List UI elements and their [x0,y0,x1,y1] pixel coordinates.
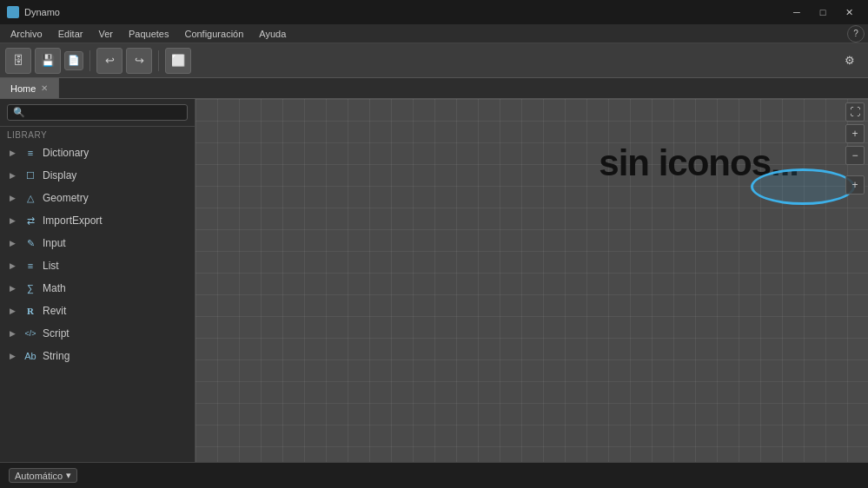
toolbar-separator-2 [158,50,159,71]
status-bar: Automático ▾ [0,462,868,488]
app-title: Dynamo [24,7,60,17]
sidebar-item-geometry[interactable]: ▶ △ Geometry [0,187,195,209]
menu-configuracion[interactable]: Configuración [177,27,250,41]
app-icon [7,6,19,18]
view-button[interactable]: ⬜ [165,48,191,74]
sidebar-item-script[interactable]: ▶ </> Script [0,322,195,345]
main-layout: 🔍 Library ▶ ≡ Dictionary ▶ ☐ Display ▶ △… [0,99,868,462]
expand-icon: ▶ [10,239,18,247]
dictionary-icon: ≡ [23,146,37,160]
undo-button[interactable]: ↩ [96,48,123,74]
title-bar-controls: ─ □ ✕ [785,0,861,24]
sidebar-item-label-list: List [43,260,59,272]
dropdown-arrow-icon: ▾ [66,470,71,481]
zoom-out-button[interactable]: − [845,146,865,165]
search-input-wrap: 🔍 [7,104,188,121]
sidebar: 🔍 Library ▶ ≡ Dictionary ▶ ☐ Display ▶ △… [0,99,195,462]
display-icon: ☐ [23,168,37,182]
sidebar-item-label-math: Math [43,282,66,294]
canvas-ellipse-highlight [751,168,855,205]
expand-icon: ▶ [10,284,18,293]
menu-bar: Archivo Editar Ver Paquetes Configuració… [0,24,868,43]
tab-close-button[interactable]: ✕ [41,83,48,93]
sidebar-item-revit[interactable]: ▶ R Revit [0,300,195,322]
tool-spacer [845,168,865,173]
new-file-button[interactable]: 📄 [64,51,83,70]
sidebar-item-label-input: Input [43,237,66,249]
canvas-area[interactable]: sin iconos... ⛶ + − + [195,99,868,462]
zoom-in-button[interactable]: + [845,124,865,143]
redo-button[interactable]: ↪ [126,48,152,74]
input-icon: ✎ [23,236,37,250]
sidebar-item-label-string: String [43,350,70,362]
math-icon: ∑ [23,281,37,295]
toolbar: 🗄 💾 📄 ↩ ↪ ⬜ ⚙ [0,43,868,78]
sidebar-item-label-geometry: Geometry [43,192,89,204]
tab-home-label: Home [10,83,36,94]
title-bar: Dynamo ─ □ ✕ [0,0,868,24]
status-left: Automático ▾ [9,468,77,483]
sidebar-item-importexport[interactable]: ▶ ⇄ ImportExport [0,209,195,232]
help-icon[interactable]: ? [847,25,865,43]
expand-icon: ▶ [10,261,18,270]
canvas-tools: ⛶ + − + [845,102,865,195]
search-bar: 🔍 [0,99,195,127]
sidebar-item-dictionary[interactable]: ▶ ≡ Dictionary [0,142,195,164]
sidebar-item-label-display: Display [43,169,76,181]
sidebar-item-label-revit: Revit [43,305,66,317]
sidebar-item-label-script: Script [43,327,70,340]
save-button[interactable]: 💾 [35,48,61,74]
sidebar-item-input[interactable]: ▶ ✎ Input [0,232,195,254]
revit-icon: R [23,304,37,318]
auto-mode-dropdown[interactable]: Automático ▾ [9,468,77,483]
library-label: Library [0,127,195,142]
script-icon: </> [23,326,37,340]
list-icon: ≡ [23,259,37,273]
menu-editar[interactable]: Editar [51,27,90,41]
tab-home[interactable]: Home ✕ [0,78,59,98]
menu-ayuda[interactable]: Ayuda [252,27,293,41]
menu-paquetes[interactable]: Paquetes [122,27,176,41]
tab-bar: Home ✕ [0,78,868,99]
expand-icon: ▶ [10,216,18,225]
maximize-button[interactable]: □ [811,0,835,24]
importexport-icon: ⇄ [23,214,37,228]
new-button[interactable]: 🗄 [5,48,31,74]
string-icon: Ab [23,349,37,363]
sidebar-item-display[interactable]: ▶ ☐ Display [0,164,195,187]
expand-icon: ▶ [10,148,18,157]
add-node-button[interactable]: + [845,175,865,195]
sidebar-item-math[interactable]: ▶ ∑ Math [0,277,195,300]
search-input[interactable] [29,108,182,118]
expand-icon: ▶ [10,352,18,360]
sidebar-item-label-importexport: ImportExport [43,214,103,227]
close-button[interactable]: ✕ [837,0,861,24]
geometry-icon: △ [23,191,37,205]
menu-archivo[interactable]: Archivo [3,27,50,41]
search-icon: 🔍 [13,107,25,118]
expand-icon: ▶ [10,194,18,202]
sidebar-item-label-dictionary: Dictionary [43,147,89,159]
auto-mode-label: Automático [15,471,63,481]
fullscreen-icon[interactable]: ⛶ [845,102,865,122]
toolbar-separator [89,50,90,71]
settings-button[interactable]: ⚙ [837,48,863,74]
sidebar-item-string[interactable]: ▶ Ab String [0,345,195,367]
menu-ver[interactable]: Ver [91,27,120,41]
expand-icon: ▶ [10,171,18,180]
expand-icon: ▶ [10,307,18,315]
expand-icon: ▶ [10,329,18,338]
minimize-button[interactable]: ─ [785,0,809,24]
sidebar-item-list[interactable]: ▶ ≡ List [0,254,195,277]
title-bar-left: Dynamo [7,6,60,18]
